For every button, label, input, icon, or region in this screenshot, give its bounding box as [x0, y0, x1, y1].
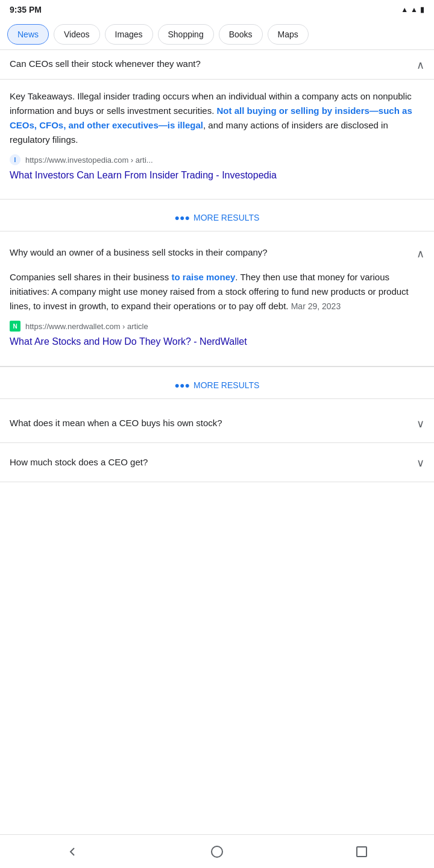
more-results-label-1: MORE RESULTS — [193, 213, 259, 222]
chevron-up-icon: ∧ — [417, 58, 424, 72]
section1-source-url: https://www.investopedia.com › arti... — [25, 156, 153, 165]
tab-images[interactable]: Images — [105, 24, 153, 45]
expanded-question-text: Why would an owner of a business sell st… — [10, 246, 417, 260]
section2-body-container: Companies sell shares in their business … — [0, 260, 434, 366]
section1-source: I https://www.investopedia.com › arti... — [10, 154, 424, 165]
chevron-down-icon-1: ∨ — [417, 417, 424, 430]
section2-source: N https://www.nerdwallet.com › article — [10, 321, 424, 332]
tab-books[interactable]: Books — [219, 24, 263, 45]
faq2-text: How much stock does a CEO get? — [10, 456, 417, 470]
section1-body: Key Takeaways. Illegal insider trading o… — [10, 89, 424, 147]
faq-item-1[interactable]: What does it mean when a CEO buys his ow… — [0, 404, 434, 443]
navigation-bar — [0, 834, 434, 868]
tab-shopping[interactable]: Shopping — [158, 24, 214, 45]
collapsed-question-text: Can CEOs sell their stock whenever they … — [10, 57, 417, 71]
tab-videos[interactable]: Videos — [54, 24, 100, 45]
status-icons: ▲ ▲ ▮ — [401, 5, 424, 14]
more-results-icon-2: ●●● — [175, 380, 190, 390]
signal-icon: ▲ — [401, 5, 408, 14]
more-results-btn-1[interactable]: ●●● MORE RESULTS — [0, 204, 434, 231]
svg-text:I: I — [14, 157, 16, 163]
section-stocks-expanded: Why would an owner of a business sell st… — [0, 236, 434, 366]
back-button[interactable] — [60, 840, 84, 864]
battery-icon: ▮ — [420, 5, 424, 14]
section2-highlight: to raise money — [171, 272, 235, 282]
investopedia-favicon: I — [10, 154, 20, 165]
home-button[interactable] — [205, 840, 229, 864]
wifi-icon: ▲ — [410, 5, 418, 14]
faq-item-2[interactable]: How much stock does a CEO get? ∨ — [0, 443, 434, 482]
section1-link[interactable]: What Investors Can Learn From Insider Tr… — [10, 169, 424, 182]
section2-date: Mar 29, 2023 — [291, 301, 341, 311]
section2-body: Companies sell shares in their business … — [10, 270, 424, 313]
chevron-up-icon-2: ∧ — [417, 247, 424, 260]
expanded-question-header[interactable]: Why would an owner of a business sell st… — [0, 236, 434, 260]
section-insider-trading: Key Takeaways. Illegal insider trading o… — [0, 80, 434, 200]
faq1-text: What does it mean when a CEO buys his ow… — [10, 417, 417, 430]
section2-text-before: Companies sell shares in their business — [10, 272, 171, 282]
collapsed-question-header[interactable]: Can CEOs sell their stock whenever they … — [0, 50, 434, 80]
tab-maps[interactable]: Maps — [268, 24, 309, 45]
more-results-btn-2[interactable]: ●●● MORE RESULTS — [0, 372, 434, 399]
svg-point-2 — [212, 846, 222, 857]
section2-source-url: https://www.nerdwallet.com › article — [25, 322, 148, 331]
more-results-icon-1: ●●● — [175, 213, 190, 222]
more-results-label-2: MORE RESULTS — [193, 380, 259, 390]
svg-rect-3 — [357, 847, 366, 857]
filter-tabs-container: News Videos Images Shopping Books Maps — [0, 19, 434, 50]
status-bar: 9:35 PM ▲ ▲ ▮ — [0, 0, 434, 19]
chevron-down-icon-2: ∨ — [417, 456, 424, 470]
tab-news[interactable]: News — [7, 24, 49, 45]
nerdwallet-favicon: N — [10, 321, 20, 332]
status-time: 9:35 PM — [10, 5, 42, 14]
recents-button[interactable] — [350, 840, 374, 864]
section2-link[interactable]: What Are Stocks and How Do They Work? - … — [10, 335, 424, 348]
